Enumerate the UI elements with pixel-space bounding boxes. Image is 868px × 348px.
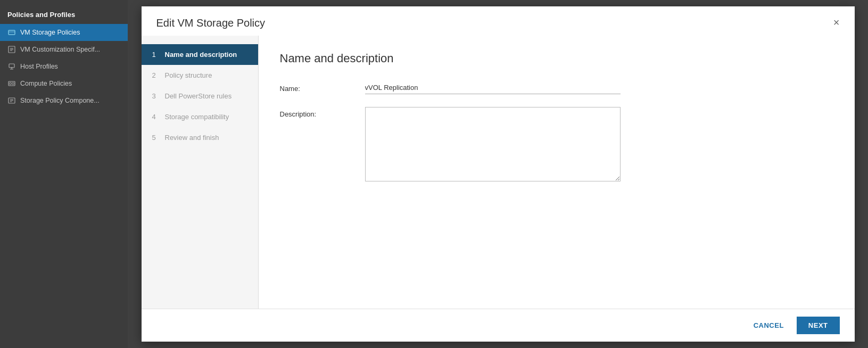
host-icon [7,62,16,71]
step-5-number: 5 [152,134,160,142]
step-1-label: Name and description [165,51,237,59]
cancel-button[interactable]: CANCEL [747,317,790,334]
sidebar-item-host-profiles[interactable]: Host Profiles [0,58,128,75]
compute-icon [7,79,16,88]
step-3-number: 3 [152,92,160,100]
customization-icon [7,45,16,54]
sidebar-item-storage-policy-components[interactable]: Storage Policy Compone... [0,92,128,109]
sidebar-item-label-host-profiles: Host Profiles [20,63,58,70]
svg-rect-0 [9,30,15,35]
description-form-row: Description: [280,107,833,183]
svg-rect-6 [9,64,14,68]
sidebar: Policies and Profiles VM Storage Policie… [0,0,128,348]
name-label: Name: [280,81,365,93]
sidebar-item-label-compute-policies: Compute Policies [20,80,72,87]
name-form-row: Name: [280,81,833,94]
step-2[interactable]: 2 Policy structure [142,65,258,86]
svg-rect-11 [10,82,11,85]
dialog-title: Edit VM Storage Policy [156,17,266,29]
dialog-header: Edit VM Storage Policy × [142,6,855,36]
dialog: Edit VM Storage Policy × 1 Name and desc… [142,6,855,342]
step-4-number: 4 [152,113,160,121]
step-3[interactable]: 3 Dell PowerStore rules [142,86,258,106]
dialog-footer: CANCEL NEXT [142,309,855,342]
svg-rect-12 [12,82,14,85]
step-1-number: 1 [152,51,160,59]
dialog-body: 1 Name and description 2 Policy structur… [142,36,855,309]
step-4-label: Storage compatibility [165,113,229,121]
next-button[interactable]: NEXT [797,317,840,334]
step-1[interactable]: 1 Name and description [142,44,258,65]
step-5-label: Review and finish [165,134,219,142]
dialog-backdrop: Edit VM Storage Policy × 1 Name and desc… [128,0,868,348]
name-field-container [365,81,621,94]
sidebar-title: Policies and Profiles [0,5,128,24]
step-2-number: 2 [152,71,160,79]
step-2-label: Policy structure [165,71,212,79]
storage-icon [7,28,16,37]
step-5[interactable]: 5 Review and finish [142,127,258,148]
steps-panel: 1 Name and description 2 Policy structur… [142,36,259,309]
content-panel: Name and description Name: Description: [259,36,855,309]
sidebar-item-vm-customization[interactable]: VM Customization Specif... [0,41,128,58]
name-input[interactable] [365,81,621,94]
description-textarea[interactable] [365,107,621,181]
close-button[interactable]: × [833,17,840,28]
step-3-label: Dell PowerStore rules [165,92,232,100]
content-section-title: Name and description [280,52,833,65]
sidebar-item-label-storage-policy-components: Storage Policy Compone... [20,97,100,104]
sidebar-item-vm-storage-policies[interactable]: VM Storage Policies [0,24,128,41]
policy-icon [7,96,16,105]
step-4[interactable]: 4 Storage compatibility [142,106,258,127]
description-field-container [365,107,621,183]
description-label: Description: [280,107,365,118]
sidebar-item-compute-policies[interactable]: Compute Policies [0,75,128,92]
sidebar-item-label-vm-customization: VM Customization Specif... [20,46,100,53]
sidebar-item-label-vm-storage-policies: VM Storage Policies [20,29,80,36]
